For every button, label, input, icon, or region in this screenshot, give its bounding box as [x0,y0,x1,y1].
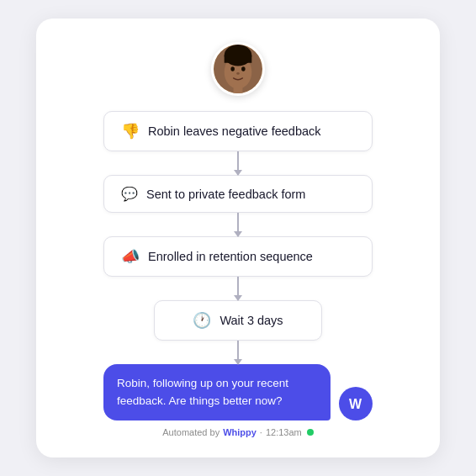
arrow-1 [237,151,239,175]
chat-icon: 💬 [121,186,138,202]
step-retention: 📣 Enrolled in retention sequence [103,236,373,277]
step-label: Sent to private feedback form [146,188,305,201]
svg-rect-7 [234,86,243,95]
timestamp: 12:13am [266,427,302,437]
automated-bar: Automated by Whippy · 12:13am [162,427,313,437]
step-feedback-form: 💬 Sent to private feedback form [103,175,373,213]
arrow-3 [237,277,239,300]
workflow-card: 👎 Robin leaves negative feedback 💬 Sent … [36,19,440,457]
thumbs-down-icon: 👎 [121,122,140,140]
chat-message: Robin, following up on your recent feedb… [117,377,288,406]
avatar [211,42,265,96]
step-wait: 🕐 Wait 3 days [154,300,322,341]
chat-container: Robin, following up on your recent feedb… [103,364,373,420]
clock-icon: 🕐 [193,311,211,330]
step-label: Robin leaves negative feedback [148,124,321,138]
arrow-4 [237,341,239,364]
brand-label: Whippy [223,427,257,437]
whippy-avatar: W [339,387,373,420]
arrow-2 [237,213,239,236]
step-negative-feedback: 👎 Robin leaves negative feedback [103,111,373,151]
automated-label: Automated by [162,427,219,437]
avatar-container [211,42,265,96]
chat-bubble: Robin, following up on your recent feedb… [103,364,331,420]
megaphone-icon: 📣 [121,247,140,266]
svg-point-6 [236,72,240,75]
svg-rect-3 [225,56,252,63]
svg-point-4 [230,67,235,71]
step-label: Enrolled in retention sequence [148,250,313,263]
svg-point-5 [241,67,246,71]
separator: · [260,427,262,437]
online-dot [307,429,314,436]
step-label: Wait 3 days [219,314,283,327]
workflow-flow: 👎 Robin leaves negative feedback 💬 Sent … [70,111,406,437]
svg-text:W: W [349,397,362,411]
